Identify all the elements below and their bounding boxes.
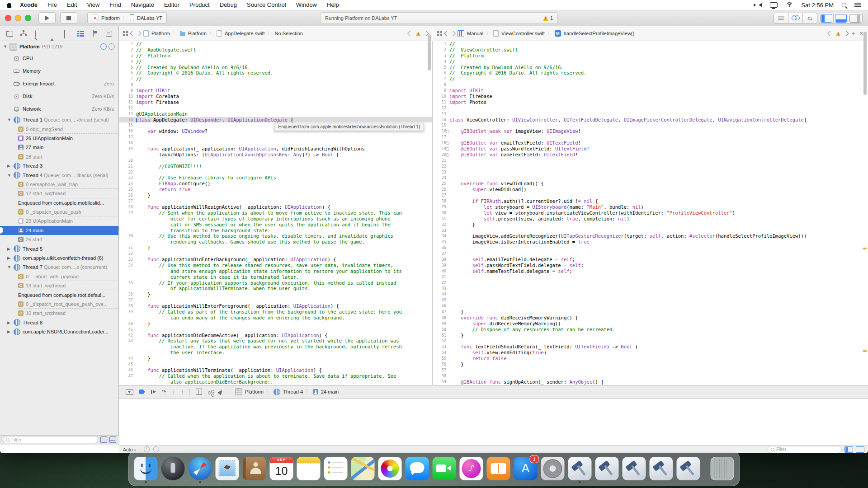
code-line[interactable]: 41 <box>119 327 432 333</box>
code-line[interactable]: 43 // Restart any tasks that were paused… <box>119 338 432 344</box>
crumb-app[interactable]: Platform <box>245 389 264 394</box>
memory-graph-button[interactable] <box>208 391 211 394</box>
code-line[interactable]: 7// <box>433 76 868 82</box>
code-line[interactable]: 30 // Use this method to pause ongoing t… <box>119 233 432 239</box>
code-line[interactable]: 54 self.view.endEditing(true) <box>433 350 868 356</box>
menu-source-control[interactable]: Source Control <box>242 0 291 10</box>
debug-area-toggle-button[interactable] <box>833 13 848 23</box>
close-window-button[interactable] <box>5 15 11 21</box>
source-editor-right[interactable]: 1//2// ViewController.swift3// Platform4… <box>433 41 868 385</box>
disclosure-triangle-icon[interactable]: ▶ <box>7 164 11 168</box>
gauge-row-network[interactable]: NetworkZero KB/s <box>0 103 118 115</box>
stack-frame-row[interactable]: 13 start_wqthread <box>0 281 118 290</box>
crumb-file[interactable]: ViewController.swift <box>501 31 545 36</box>
code-line[interactable]: 19 func application(_ application: UIApp… <box>119 146 432 152</box>
code-line[interactable]: 21 //CUSTOMIZE!!!! <box>119 164 432 169</box>
crumb-mode[interactable]: Manual <box>467 31 483 36</box>
menu-editor[interactable]: Editor <box>159 0 184 10</box>
code-line[interactable]: 3// Platform <box>433 53 868 59</box>
debug-navigator-icon[interactable] <box>77 30 84 37</box>
code-line[interactable]: 44 <box>433 291 868 297</box>
hide-debug-area-button[interactable] <box>126 389 133 395</box>
code-line[interactable]: 33 <box>433 228 868 234</box>
code-line[interactable]: 51 } <box>433 333 868 338</box>
code-line[interactable]: 25 return true <box>119 187 432 192</box>
code-line[interactable]: 44 } <box>119 356 432 361</box>
stop-button[interactable] <box>60 12 77 23</box>
dock-maps-icon[interactable] <box>351 457 375 480</box>
dock-trash-icon[interactable] <box>711 457 734 480</box>
code-line[interactable]: rendering callbacks. Games should use th… <box>119 239 432 245</box>
code-line[interactable]: 53 func textFieldShouldReturn(_ textFiel… <box>433 344 868 350</box>
thread-row[interactable]: ▶Thread 8 <box>0 318 118 327</box>
stack-frame-row[interactable]: 26 UIApplicationMain <box>0 134 118 143</box>
code-line[interactable]: 11import Firebase <box>119 99 432 105</box>
code-line[interactable]: 28 if FIRAuth.auth()?.currentUser?.uid !… <box>433 198 868 204</box>
code-line[interactable]: 35 // If your application supports backg… <box>119 280 432 286</box>
find-navigator-icon[interactable] <box>35 30 36 38</box>
menu-find[interactable]: Find <box>104 0 126 10</box>
forward-chevron-icon[interactable] <box>450 31 455 36</box>
step-out-button[interactable]: ↑ <box>181 389 184 394</box>
code-line[interactable]: 59 @IBAction func signUpAction(_ sender:… <box>433 379 868 385</box>
process-row[interactable]: ▼ Platform PID 1219 <box>0 41 118 52</box>
warning-icon[interactable] <box>543 16 548 21</box>
disclosure-triangle-icon[interactable]: ▼ <box>7 117 11 122</box>
code-line[interactable]: 18 @IBOutlet var emailTextField: UITextF… <box>433 140 868 146</box>
code-line[interactable]: 47 } <box>433 309 868 315</box>
prev-issue-chevron-icon[interactable] <box>407 31 412 36</box>
dock-ibooks-icon[interactable] <box>487 457 510 480</box>
code-line[interactable]: 39 // Called as part of the transition f… <box>119 309 432 315</box>
flat-list-toggle-icon[interactable] <box>100 436 107 443</box>
code-line[interactable]: 37 <box>433 251 868 257</box>
enqueued-label-row[interactable]: Enqueued from com.apple.mobileslid... <box>0 198 118 207</box>
code-line[interactable]: 5// Created by Dowland Aiello on 9/6/16. <box>119 65 432 70</box>
code-line[interactable]: 46 <box>433 303 868 309</box>
stack-frame-row[interactable]: 28 start <box>0 152 118 161</box>
code-line[interactable]: occur for certain types of temporary int… <box>119 216 432 222</box>
menu-product[interactable]: Product <box>184 0 215 10</box>
test-navigator-icon[interactable] <box>64 30 65 38</box>
symbol-navigator-icon[interactable] <box>20 30 27 37</box>
stack-frame-row[interactable]: 0 objc_msgSend <box>0 124 118 133</box>
inspector-toggle-button[interactable] <box>848 13 863 23</box>
right-editor-scrollbar[interactable] <box>863 32 867 95</box>
menu-window[interactable]: Window <box>291 0 322 10</box>
code-line[interactable]: 58 <box>433 373 868 379</box>
menu-edit[interactable]: Edit <box>62 0 82 10</box>
code-line[interactable]: 19 @IBOutlet var passWordTextField: UITe… <box>433 146 868 152</box>
code-line[interactable]: 3// Platform <box>119 53 432 59</box>
gauge-row-disk[interactable]: DiskZero KB/s <box>0 90 118 103</box>
code-line[interactable]: 10import CoreData <box>119 94 432 99</box>
code-line[interactable]: 27 <box>433 192 868 198</box>
code-line[interactable]: 1// <box>119 41 432 47</box>
code-line[interactable]: 22 <box>119 169 432 175</box>
code-line[interactable]: call or SMS message) or when the user qu… <box>119 222 432 228</box>
code-line[interactable]: 20 <box>119 158 432 164</box>
code-line[interactable]: current state in case it is terminated l… <box>119 274 432 280</box>
code-line[interactable]: 29 // Sent when the application is about… <box>119 210 432 216</box>
code-line[interactable]: 45 <box>433 297 868 303</box>
code-line[interactable]: 48 override func didReceiveMemoryWarning… <box>433 315 868 321</box>
code-line[interactable]: can undo many of the changes made on ent… <box>119 315 432 321</box>
code-line[interactable]: 6// Copyright © 2016 Da/io. All rights r… <box>433 70 868 76</box>
stack-frame-row[interactable]: 0 _dispatch_queue_push <box>0 207 118 216</box>
dock-launchpad-icon[interactable] <box>161 457 185 480</box>
code-line[interactable]: 49 super.didReceiveMemoryWarning() <box>433 321 868 327</box>
report-navigator-icon[interactable] <box>106 31 112 37</box>
dock-finder-icon[interactable] <box>134 457 158 480</box>
code-line[interactable]: 24 <box>433 175 868 181</box>
variables-pane-toggle-icon[interactable] <box>844 446 853 453</box>
grouped-list-toggle-icon[interactable] <box>109 436 116 443</box>
code-line[interactable]: 38 func applicationWillEnterForeground(_… <box>119 303 432 309</box>
code-line[interactable]: 22 <box>433 164 868 169</box>
dock-mail-icon[interactable] <box>216 457 239 480</box>
code-line[interactable]: 11import Photos <box>433 99 868 105</box>
crumb-group[interactable]: Platform <box>188 31 207 36</box>
zoom-window-button[interactable] <box>25 15 31 21</box>
code-line[interactable]: 9import UIKit <box>433 88 868 94</box>
code-line[interactable]: 26 super.viewDidLoad() <box>433 187 868 192</box>
menu-view[interactable]: View <box>82 0 104 10</box>
code-line[interactable]: 7// <box>119 76 432 82</box>
code-line[interactable]: 34 imageView.addGestureRecognizer(UITapG… <box>433 233 868 239</box>
